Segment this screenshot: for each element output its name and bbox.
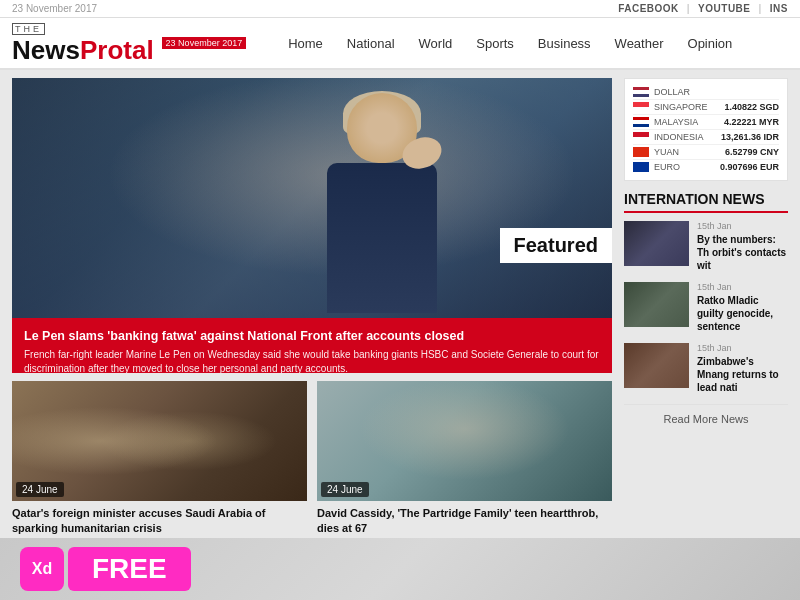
articles-row: 24 June Qatar's foreign minister accuses… (12, 381, 612, 537)
flag-id (633, 132, 649, 142)
nav-national[interactable]: National (335, 30, 407, 57)
intl-title-1: By the numbers: Th orbit's contacts wit (697, 233, 788, 272)
featured-caption: Le Pen slams 'banking fatwa' against Nat… (12, 318, 612, 373)
social-links: FACEBOOK | YOUTUBE | INS (618, 3, 788, 14)
read-more-button[interactable]: Read More News (624, 404, 788, 433)
currency-name-my: MALAYSIA (654, 117, 724, 127)
divider-2: | (759, 3, 762, 14)
nav-world[interactable]: World (407, 30, 465, 57)
article-qatar-title: Qatar's foreign minister accuses Saudi A… (12, 506, 307, 537)
article-qatar-date: 24 June (16, 482, 64, 497)
content-left: Featured Le Pen slams 'banking fatwa' ag… (12, 78, 612, 582)
intl-news-header: INTERNATION NEWS (624, 191, 788, 213)
intl-news-content-3: 15th Jan Zimbabwe's Mnang returns to lea… (697, 343, 788, 394)
facebook-link[interactable]: FACEBOOK (618, 3, 679, 14)
currency-row-cn: YUAN 6.52799 CNY (633, 145, 779, 160)
article-david[interactable]: 24 June David Cassidy, 'The Partridge Fa… (317, 381, 612, 537)
person-figure (292, 83, 492, 318)
featured-image: Featured (12, 78, 612, 318)
logo-news: News (12, 37, 80, 63)
divider-1: | (687, 3, 690, 14)
xd-banner: Xd FREE (0, 538, 800, 600)
intl-title-2: Ratko Mladic guilty genocide, sentence (697, 294, 788, 333)
intl-news-content-2: 15th Jan Ratko Mladic guilty genocide, s… (697, 282, 788, 333)
nav-sports[interactable]: Sports (464, 30, 526, 57)
logo-date: 23 November 2017 (162, 37, 247, 49)
logo[interactable]: THE News Protal 23 November 2017 (12, 23, 246, 63)
currency-name-dollar: DOLLAR (654, 87, 779, 97)
currency-row-sg: SINGAPORE 1.40822 SGD (633, 100, 779, 115)
article-qatar[interactable]: 24 June Qatar's foreign minister accuses… (12, 381, 307, 537)
article-david-date: 24 June (321, 482, 369, 497)
currency-name-sg: SINGAPORE (654, 102, 724, 112)
flag-my (633, 117, 649, 127)
intl-thumb-3 (624, 343, 689, 388)
header: THE News Protal 23 November 2017 Home Na… (0, 18, 800, 70)
flag-cn (633, 147, 649, 157)
intl-thumb-2 (624, 282, 689, 327)
currency-val-my: 4.22221 MYR (724, 117, 779, 127)
logo-protal: Protal (80, 37, 154, 63)
featured-title: Le Pen slams 'banking fatwa' against Nat… (24, 328, 600, 344)
intl-date-3: 15th Jan (697, 343, 788, 353)
currency-row-my: MALAYSIA 4.22221 MYR (633, 115, 779, 130)
currency-row-id: INDONESIA 13,261.36 IDR (633, 130, 779, 145)
xd-free-button[interactable]: FREE (68, 547, 191, 591)
intl-news-section: INTERNATION NEWS 15th Jan By the numbers… (624, 191, 788, 433)
youtube-link[interactable]: YOUTUBE (698, 3, 750, 14)
intl-date-1: 15th Jan (697, 221, 788, 231)
intl-news-item-1[interactable]: 15th Jan By the numbers: Th orbit's cont… (624, 221, 788, 272)
instagram-link[interactable]: INS (770, 3, 788, 14)
person-body (327, 163, 437, 313)
xd-icon: Xd (20, 547, 64, 591)
featured-article[interactable]: Featured Le Pen slams 'banking fatwa' ag… (12, 78, 612, 373)
top-bar-date: 23 November 2017 (12, 3, 97, 14)
currency-val-sg: 1.40822 SGD (724, 102, 779, 112)
currency-name-eu: EURO (654, 162, 720, 172)
intl-news-item-2[interactable]: 15th Jan Ratko Mladic guilty genocide, s… (624, 282, 788, 333)
intl-thumb-1 (624, 221, 689, 266)
nav-business[interactable]: Business (526, 30, 603, 57)
top-bar: 23 November 2017 FACEBOOK | YOUTUBE | IN… (0, 0, 800, 18)
intl-news-item-3[interactable]: 15th Jan Zimbabwe's Mnang returns to lea… (624, 343, 788, 394)
intl-title-3: Zimbabwe's Mnang returns to lead nati (697, 355, 788, 394)
flag-us (633, 87, 649, 97)
featured-badge: Featured (500, 228, 612, 263)
currency-name-id: INDONESIA (654, 132, 721, 142)
featured-description: French far-right leader Marine Le Pen on… (24, 348, 600, 373)
main-content: Featured Le Pen slams 'banking fatwa' ag… (0, 70, 800, 590)
logo-the: THE (12, 23, 45, 35)
currency-val-cn: 6.52799 CNY (725, 147, 779, 157)
intl-date-2: 15th Jan (697, 282, 788, 292)
currency-row-dollar: DOLLAR (633, 85, 779, 100)
nav-opinion[interactable]: Opinion (676, 30, 745, 57)
nav-home[interactable]: Home (276, 30, 335, 57)
flag-eu (633, 162, 649, 172)
flag-sg (633, 102, 649, 112)
article-david-image: 24 June (317, 381, 612, 501)
currency-row-eu: EURO 0.907696 EUR (633, 160, 779, 174)
currency-val-id: 13,261.36 IDR (721, 132, 779, 142)
currency-ticker: DOLLAR SINGAPORE 1.40822 SGD MALAYSIA 4.… (624, 78, 788, 181)
main-nav: Home National World Sports Business Weat… (276, 30, 744, 57)
sidebar: DOLLAR SINGAPORE 1.40822 SGD MALAYSIA 4.… (624, 78, 788, 582)
currency-val-eu: 0.907696 EUR (720, 162, 779, 172)
currency-name-cn: YUAN (654, 147, 725, 157)
nav-weather[interactable]: Weather (603, 30, 676, 57)
article-qatar-image: 24 June (12, 381, 307, 501)
intl-news-content-1: 15th Jan By the numbers: Th orbit's cont… (697, 221, 788, 272)
article-david-title: David Cassidy, 'The Partridge Family' te… (317, 506, 612, 537)
